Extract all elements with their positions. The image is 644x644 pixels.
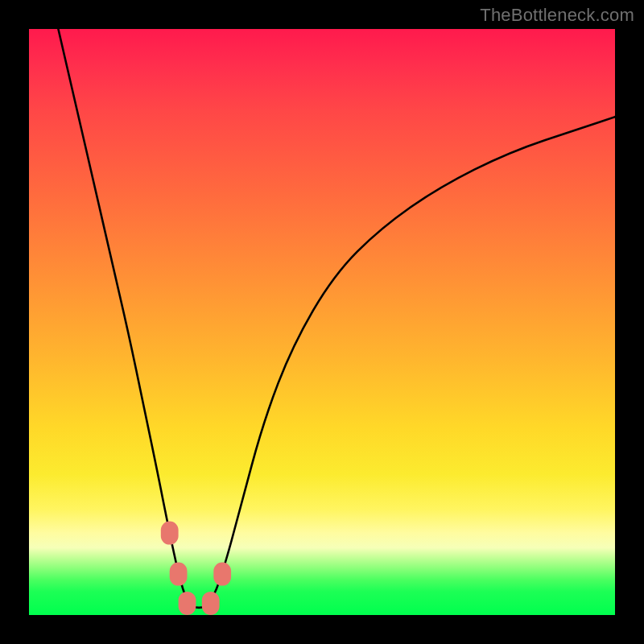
watermark-text: TheBottleneck.com	[480, 5, 634, 26]
marker-right-upper	[213, 563, 231, 586]
chart-svg	[29, 29, 615, 615]
marker-layer	[161, 522, 231, 616]
marker-left-lower	[170, 563, 188, 586]
plot-area	[29, 29, 615, 615]
marker-left-upper	[161, 522, 179, 545]
bottleneck-curve	[58, 29, 615, 608]
chart-stage: TheBottleneck.com	[0, 0, 644, 644]
marker-trough-left	[179, 592, 196, 615]
marker-trough-right	[202, 592, 220, 615]
